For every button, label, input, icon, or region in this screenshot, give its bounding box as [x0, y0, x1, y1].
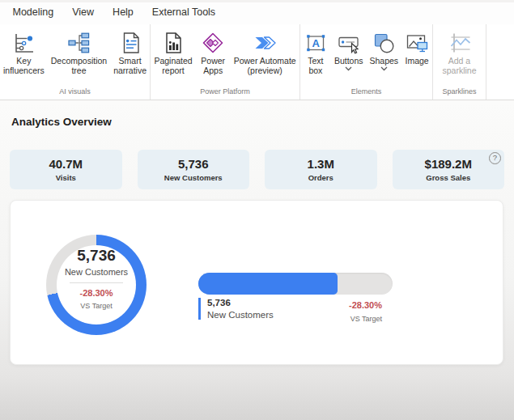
smart-narrative-label: Smart narrative [113, 56, 147, 76]
key-influencers-button[interactable]: Key influencers [0, 28, 48, 77]
group-label-power-platform: Power Platform [195, 87, 255, 100]
paginated-report-icon [161, 29, 185, 56]
ribbon-tab-bar: Modeling View Help External Tools [0, 0, 514, 24]
shapes-label: Shapes [370, 56, 399, 66]
kpi-row: 40.7M Visits 5,736 New Customers 1.3M Or… [10, 150, 504, 189]
donut-delta: -28.30% [48, 288, 145, 298]
add-sparkline-button[interactable]: Add a sparkline [434, 28, 486, 77]
power-apps-icon [201, 29, 225, 56]
shapes-button[interactable]: Shapes [367, 28, 402, 72]
group-label-sparklines: Sparklines [437, 87, 481, 100]
add-sparkline-label: Add a sparkline [437, 56, 482, 76]
image-label: Image [406, 56, 429, 66]
image-button[interactable]: Image [401, 28, 432, 66]
svg-text:A: A [312, 36, 320, 49]
ribbon-group-ai-visuals: Key influencers Decomposition tree [0, 24, 150, 100]
kpi-value: 1.3M [308, 157, 334, 171]
chevron-down-icon [380, 66, 388, 71]
tab-help[interactable]: Help [113, 6, 134, 18]
page-title: Analytics Overview [11, 116, 112, 128]
buttons-icon [337, 29, 361, 56]
chevron-down-icon [345, 66, 352, 71]
ribbon-group-power-platform: Paginated report Power Apps [150, 24, 299, 100]
decomposition-tree-label: Decomposition tree [51, 56, 107, 76]
decomposition-tree-icon [66, 29, 91, 56]
kpi-card-orders[interactable]: 1.3M Orders [265, 150, 377, 189]
text-box-button[interactable]: A Text box [300, 28, 331, 77]
elements-items: A Text box [300, 24, 432, 87]
bar-gauge-delta-label: VS Target [349, 315, 382, 323]
donut-label: New Customers [48, 267, 145, 277]
ai-visuals-items: Key influencers Decomposition tree [0, 24, 150, 87]
bar-gauge-track [198, 273, 393, 295]
kpi-label: Orders [308, 173, 333, 182]
text-box-label: Text box [304, 56, 328, 76]
tab-modeling[interactable]: Modeling [13, 6, 54, 18]
power-apps-label: Power Apps [199, 56, 227, 76]
sparklines-items: Add a sparkline [434, 24, 486, 87]
bar-gauge-meta-left: 5,736 New Customers [198, 298, 274, 320]
paginated-report-label: Paginated report [154, 56, 193, 76]
kpi-label: New Customers [164, 173, 223, 182]
buttons-button[interactable]: Buttons [331, 28, 367, 72]
gauge-visual-card[interactable]: 5,736 New Customers -28.30% VS Target 5,… [10, 200, 503, 365]
decomposition-tree-button[interactable]: Decomposition tree [48, 28, 110, 77]
bar-gauge-delta: -28.30% [349, 300, 382, 310]
donut-delta-label: VS Target [48, 302, 145, 310]
bar-gauge-meta-right: -28.30% VS Target [349, 300, 382, 323]
tab-external-tools[interactable]: External Tools [152, 6, 215, 18]
ribbon-group-sparklines: Add a sparkline Sparklines [432, 24, 486, 100]
smart-narrative-button[interactable]: Smart narrative [110, 28, 150, 77]
power-automate-icon [253, 29, 277, 56]
bar-gauge-fill [198, 273, 338, 295]
kpi-label: Gross Sales [426, 173, 470, 182]
kpi-card-gross-sales[interactable]: ? $189.2M Gross Sales [393, 150, 505, 189]
bar-gauge-value: 5,736 [207, 298, 274, 308]
ribbon-empty-space [486, 24, 514, 100]
kpi-value: 5,736 [178, 157, 209, 171]
paginated-report-button[interactable]: Paginated report [151, 28, 196, 77]
ribbon-groups: Key influencers Decomposition tree [0, 24, 514, 100]
donut-value: 5,736 [48, 247, 145, 265]
kpi-card-new-customers[interactable]: 5,736 New Customers [138, 150, 250, 189]
text-box-icon: A [304, 29, 328, 56]
smart-narrative-icon [118, 29, 142, 56]
add-sparkline-icon [448, 29, 472, 56]
kpi-value: 40.7M [49, 157, 83, 171]
bar-gauge-label: New Customers [207, 310, 274, 320]
ribbon: Modeling View Help External Tools [0, 0, 514, 100]
key-influencers-label: Key influencers [3, 56, 45, 76]
donut-divider [70, 282, 123, 283]
power-apps-button[interactable]: Power Apps [196, 28, 230, 77]
buttons-label: Buttons [334, 56, 363, 66]
kpi-card-visits[interactable]: 40.7M Visits [10, 150, 122, 189]
donut-gauge-center: 5,736 New Customers -28.30% VS Target [48, 247, 145, 310]
power-automate-label: Power Automate (preview) [233, 56, 296, 76]
kpi-value: $189.2M [425, 157, 472, 171]
ribbon-group-elements: A Text box [299, 24, 432, 100]
power-platform-items: Paginated report Power Apps [151, 24, 299, 87]
power-automate-button[interactable]: Power Automate (preview) [230, 28, 299, 77]
shapes-icon [372, 29, 396, 56]
key-influencers-icon [11, 29, 36, 56]
help-icon[interactable]: ? [489, 152, 501, 164]
tab-view[interactable]: View [72, 6, 94, 18]
report-canvas: Analytics Overview 40.7M Visits 5,736 Ne… [0, 100, 514, 420]
image-icon [405, 29, 429, 56]
group-label-ai-visuals: AI visuals [54, 87, 96, 100]
kpi-label: Visits [56, 173, 76, 182]
group-label-elements: Elements [346, 87, 387, 100]
